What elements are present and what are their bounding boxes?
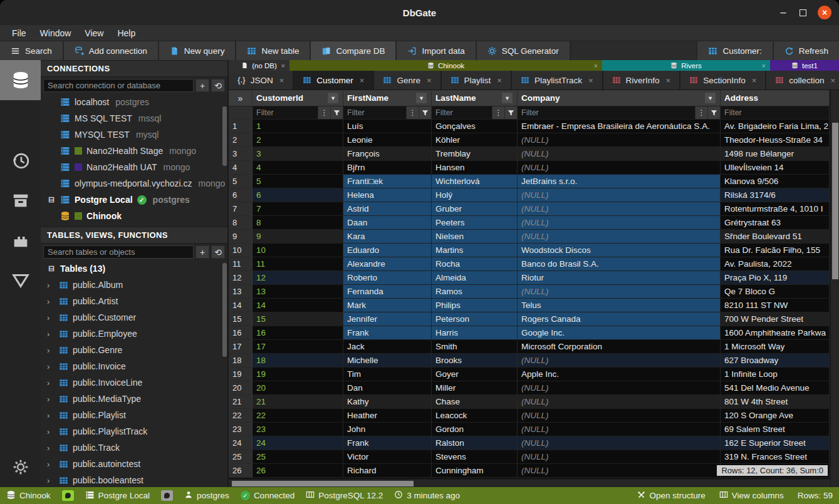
cell-customerid[interactable]: 21 [253, 395, 343, 409]
grid-corner-expand-button[interactable]: » [229, 90, 253, 106]
expand-chevron-icon[interactable]: › [47, 378, 55, 388]
connection-item[interactable]: ⊟Postgre Local✓postgres [41, 192, 227, 208]
collapse-icon[interactable]: ⊟ [47, 195, 56, 204]
add-connection-button[interactable]: Add connection [64, 41, 159, 60]
cell-firstname[interactable]: Fernanda [343, 285, 432, 299]
cell-lastname[interactable]: Almeida [432, 271, 518, 285]
cell-customerid[interactable]: 7 [253, 202, 343, 216]
row-number[interactable]: 23 [229, 423, 253, 436]
cell-address[interactable]: 1 Infinite Loop [721, 368, 830, 381]
tab-group-test1[interactable]: test1 [770, 60, 839, 71]
funnel-icon[interactable] [330, 106, 343, 119]
horizontal-scrollbar-thumb[interactable] [232, 481, 414, 486]
cell-firstname[interactable]: Frank [343, 326, 432, 340]
cell-company[interactable]: (NULL) [518, 450, 721, 464]
menu-file[interactable]: File [6, 27, 32, 39]
cell-address[interactable]: 319 N. Frances Street [721, 450, 830, 464]
tab-group-rivers[interactable]: Rivers× [602, 60, 770, 71]
new-table-button[interactable]: New table [236, 41, 311, 60]
cell-lastname[interactable]: Smith [432, 340, 518, 354]
cell-customerid[interactable]: 2 [253, 133, 343, 147]
cell-company[interactable]: Microsoft Corporation [518, 340, 721, 354]
row-number[interactable]: 15 [229, 312, 253, 326]
cell-address[interactable]: Praça Pio X, 119 [721, 271, 830, 285]
table-item[interactable]: ›public.Artist [41, 293, 227, 309]
rail-file-icon[interactable] [0, 100, 41, 140]
connection-item[interactable]: Nano2Health UATmongo [41, 159, 227, 175]
tab-group-chinook[interactable]: Chinook× [289, 60, 602, 71]
menu-view[interactable]: View [79, 27, 109, 39]
row-number[interactable]: 12 [229, 271, 253, 285]
row-number[interactable]: 17 [229, 340, 253, 354]
cell-address[interactable]: 801 W 4th Street [721, 395, 830, 409]
cell-customerid[interactable]: 26 [253, 464, 343, 478]
cell-address[interactable]: Klanova 9/506 [721, 175, 830, 188]
kebab-menu-icon[interactable]: ⋮ [406, 106, 419, 119]
view-columns-button[interactable]: View columns [719, 490, 784, 501]
expand-chevron-icon[interactable]: › [47, 297, 55, 306]
cell-firstname[interactable]: Jack [343, 340, 432, 354]
filter-input[interactable]: Filter [253, 106, 318, 119]
cell-customerid[interactable]: 18 [253, 354, 343, 368]
cell-customerid[interactable]: 9 [253, 230, 343, 244]
rail-database-icon[interactable] [0, 60, 41, 100]
cell-customerid[interactable]: 13 [253, 285, 343, 299]
cell-address[interactable]: 700 W Pender Street [721, 312, 830, 326]
connection-item[interactable]: Nano2Health Stagemongo [41, 143, 227, 159]
cell-customerid[interactable]: 24 [253, 436, 343, 450]
cell-address[interactable]: Rotenturmstraße 4, 1010 I [721, 202, 830, 216]
cell-company[interactable]: (NULL) [518, 230, 721, 244]
chevron-down-icon[interactable]: ▾ [415, 92, 427, 104]
close-icon[interactable]: × [588, 76, 593, 85]
cell-firstname[interactable]: François [343, 147, 432, 161]
cell-customerid[interactable]: 23 [253, 423, 343, 436]
expand-chevron-icon[interactable]: › [47, 329, 55, 339]
cell-customerid[interactable]: 10 [253, 244, 343, 257]
cell-firstname[interactable]: Tim [343, 368, 432, 381]
close-icon[interactable]: × [666, 76, 671, 85]
row-number[interactable]: 9 [229, 230, 253, 244]
cell-address[interactable]: UllevÍlsveien 14 [721, 161, 830, 175]
table-item[interactable]: ›public.Customer [41, 309, 227, 326]
tables-group[interactable]: ⊟Tables (13) [41, 260, 227, 277]
row-number[interactable]: 8 [229, 216, 253, 230]
tables-search-input[interactable]: Search tables or objects [43, 245, 194, 259]
kebab-menu-icon[interactable]: ⋮ [318, 106, 330, 119]
vertical-scrollbar[interactable] [830, 90, 839, 487]
cell-customerid[interactable]: 25 [253, 450, 343, 464]
cell-customerid[interactable]: 6 [253, 188, 343, 202]
cell-firstname[interactable]: Astrid [343, 202, 432, 216]
cell-address[interactable]: Rilská 3174/6 [721, 188, 830, 202]
row-number[interactable]: 22 [229, 409, 253, 423]
connection-item[interactable]: localhostpostgres [41, 94, 227, 110]
cell-lastname[interactable]: Cunningham [432, 464, 518, 478]
row-number[interactable]: 26 [229, 464, 253, 478]
cell-address[interactable]: 1498 rue Bélanger [721, 147, 830, 161]
row-number[interactable]: 16 [229, 326, 253, 340]
cell-customerid[interactable]: 20 [253, 381, 343, 395]
database-color-button[interactable] [62, 490, 74, 501]
expand-chevron-icon[interactable]: › [47, 411, 55, 420]
cell-firstname[interactable]: Franti□ek [343, 175, 432, 188]
table-item[interactable]: ›public.booleantest [41, 472, 227, 487]
expand-chevron-icon[interactable]: › [47, 362, 55, 371]
cell-lastname[interactable]: Hansen [432, 161, 518, 175]
cell-company[interactable]: (NULL) [518, 464, 721, 478]
funnel-icon[interactable] [419, 106, 431, 119]
row-number[interactable]: 11 [229, 257, 253, 271]
cell-lastname[interactable]: Stevens [432, 450, 518, 464]
cell-customerid[interactable]: 19 [253, 368, 343, 381]
close-icon[interactable]: × [594, 62, 598, 69]
close-icon[interactable]: × [497, 76, 502, 85]
cell-company[interactable]: (NULL) [518, 436, 721, 450]
cell-firstname[interactable]: Helena [343, 188, 432, 202]
funnel-icon[interactable] [707, 106, 720, 119]
cell-lastname[interactable]: Gonçalves [432, 120, 518, 133]
cell-company[interactable]: (NULL) [518, 202, 721, 216]
tab-genre[interactable]: Genre× [374, 71, 441, 90]
cell-firstname[interactable]: Mark [343, 299, 432, 312]
cell-company[interactable]: Telus [518, 299, 721, 312]
close-icon[interactable]: × [279, 76, 284, 85]
expand-chevron-icon[interactable]: › [47, 346, 55, 355]
cell-lastname[interactable]: Martins [432, 244, 518, 257]
